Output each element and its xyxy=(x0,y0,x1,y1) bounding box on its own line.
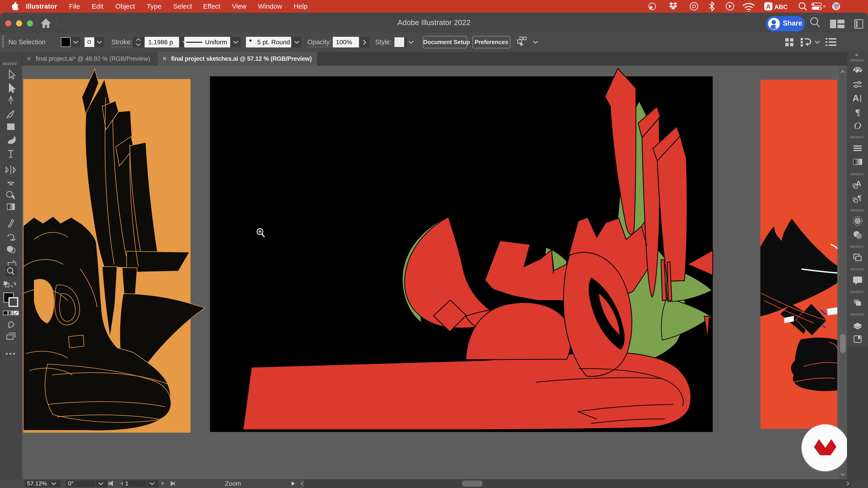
svg-text:A: A xyxy=(766,3,771,10)
svg-text:O: O xyxy=(854,120,861,131)
svg-text:¶: ¶ xyxy=(857,194,861,202)
svg-text:«: « xyxy=(855,52,858,58)
svg-text:A: A xyxy=(852,93,859,103)
svg-text:¶: ¶ xyxy=(855,107,860,117)
svg-text:ABC: ABC xyxy=(774,4,788,10)
